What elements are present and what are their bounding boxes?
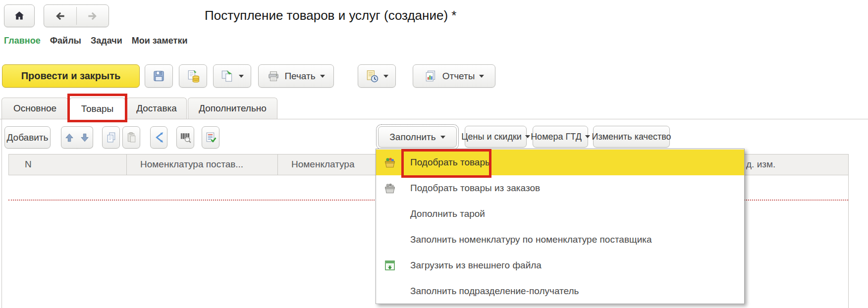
change-structure-button[interactable]: [150, 126, 167, 149]
back-icon: [54, 10, 66, 22]
nav-item-main[interactable]: Главное: [4, 36, 41, 46]
home-icon: [13, 10, 25, 22]
menu-item-fill-nomenclature-by-supplier[interactable]: Заполнить номенклатуру по номенклатуре п…: [376, 227, 744, 253]
create-based-on-icon: [220, 69, 234, 83]
blue-arrows-icon: [153, 131, 165, 144]
nav-item-tasks[interactable]: Задачи: [91, 36, 122, 46]
tab-additional[interactable]: Дополнительно: [188, 98, 277, 119]
tabstrip-baseline: [0, 119, 868, 119]
column-header-nomenclature[interactable]: Номенклатура: [291, 159, 355, 170]
move-down-button[interactable]: [77, 126, 93, 149]
history-nav-group: [44, 4, 109, 27]
move-up-icon: [64, 132, 75, 143]
barcode-search-icon: [179, 131, 192, 144]
menu-item-pick-goods-from-orders[interactable]: Подобрать товары из заказов: [376, 175, 744, 201]
pick-goods-from-orders-icon: [383, 182, 397, 194]
column-header-unit[interactable]: д. изм.: [746, 159, 775, 170]
change-quality-button[interactable]: Изменить качество: [593, 126, 670, 148]
save-icon: [152, 69, 165, 83]
copy-row-button[interactable]: [102, 126, 120, 149]
post-document-icon: [186, 69, 200, 83]
post-and-close-button[interactable]: Провести и закрыть: [2, 64, 140, 88]
document-history-icon: [365, 69, 379, 83]
chevron-down-icon: [239, 75, 244, 78]
menu-item-load-external-file[interactable]: Загрузить из внешнего файла: [376, 253, 744, 278]
chevron-down-icon: [479, 75, 484, 78]
create-based-on-button[interactable]: [213, 64, 251, 88]
receipt-document-window: Поступление товаров и услуг (создание) *…: [0, 0, 868, 308]
column-divider: [277, 154, 278, 175]
paste-icon: [125, 131, 138, 144]
fill-check-button[interactable]: [202, 126, 219, 149]
fill-menu-button[interactable]: Заполнить: [378, 126, 457, 148]
move-up-button[interactable]: [61, 126, 77, 149]
gtd-numbers-button[interactable]: Номера ГТД: [533, 126, 588, 148]
chevron-down-icon: [440, 136, 445, 139]
menu-item-fill-recipient-department[interactable]: Заполнить подразделение-получатель: [376, 278, 744, 304]
table-right-border: [848, 154, 849, 308]
tab-main[interactable]: Основное: [1, 98, 68, 119]
home-button[interactable]: [4, 4, 35, 27]
nav-item-files[interactable]: Файлы: [50, 36, 81, 46]
move-down-icon: [79, 132, 90, 143]
print-button[interactable]: Печать: [258, 64, 334, 88]
pick-goods-icon: [383, 156, 397, 168]
annotation-box-pick-goods: [401, 149, 491, 178]
load-external-file-icon: [383, 259, 397, 271]
document-history-button[interactable]: [358, 64, 396, 88]
forward-button[interactable]: [76, 10, 108, 22]
column-header-supplier-nomenclature[interactable]: Номенклатура постав...: [140, 159, 243, 170]
chevron-down-icon: [320, 75, 325, 78]
column-header-number[interactable]: N: [25, 159, 32, 170]
panel-left-border: [1, 119, 2, 308]
print-icon: [267, 70, 280, 83]
forward-icon: [87, 10, 98, 22]
nav-item-notes[interactable]: Мои заметки: [132, 36, 188, 46]
group-divider: [76, 7, 77, 25]
post-document-button[interactable]: [179, 64, 207, 88]
paste-row-button[interactable]: [122, 126, 140, 149]
annotation-box-goods-tab: [67, 94, 127, 122]
chevron-down-icon: [585, 135, 590, 138]
menu-item-add-packaging[interactable]: Дополнить тарой: [376, 201, 744, 227]
reports-icon: [424, 69, 438, 83]
back-button[interactable]: [44, 10, 76, 22]
barcode-search-button[interactable]: [176, 126, 194, 149]
add-row-button[interactable]: Добавить: [4, 126, 51, 149]
reports-button[interactable]: Отчеты: [413, 64, 495, 88]
fill-check-icon: [205, 131, 217, 144]
prices-discounts-button[interactable]: Цены и скидки: [465, 126, 527, 148]
chevron-down-icon: [383, 75, 388, 78]
tab-delivery[interactable]: Доставка: [126, 98, 187, 119]
save-button[interactable]: [145, 64, 173, 88]
chevron-down-icon: [525, 135, 530, 138]
copy-icon: [105, 131, 117, 144]
subsystem-nav: Главное Файлы Задачи Мои заметки: [4, 36, 188, 46]
column-divider: [126, 154, 127, 175]
page-title: Поступление товаров и услуг (создание) *: [205, 8, 456, 23]
